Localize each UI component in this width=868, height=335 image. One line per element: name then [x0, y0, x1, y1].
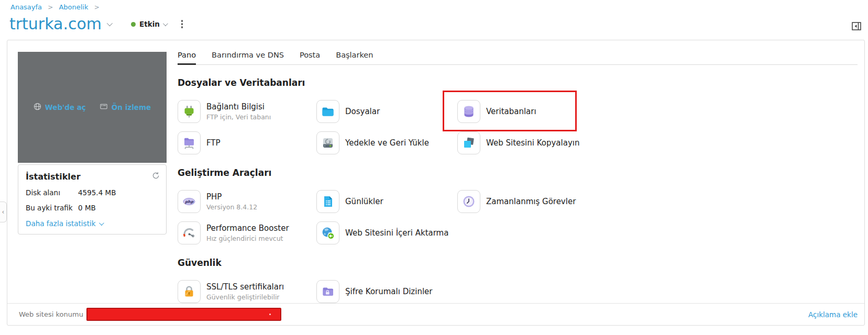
statistics-title: İstatistikler	[26, 172, 159, 182]
item-databases[interactable]: Veritabanları	[457, 99, 858, 124]
tab-bar: Pano Barındırma ve DNS Posta Başlarken	[178, 40, 858, 65]
plug-icon	[178, 100, 201, 123]
statistics-panel: İstatistikler Disk alanı 4595.4 MB Bu ay…	[18, 164, 167, 234]
stat-value: 0 MB	[78, 204, 96, 212]
card-footer: Web sitesi konumu Açıklama ekle	[7, 303, 864, 325]
item-subtitle: Hız güçlendirici mevcut	[206, 234, 289, 242]
section-grid: php PHP Versiyon 8.4.12	[178, 189, 858, 245]
item-backup-restore[interactable]: Yedekle ve Geri Yükle	[316, 131, 457, 155]
add-description-link[interactable]: Açıklama ekle	[808, 310, 858, 319]
preview-site-label: Ön izleme	[112, 103, 151, 111]
tab-pano[interactable]: Pano	[178, 51, 196, 64]
title-chevron-down-icon[interactable]	[107, 20, 113, 26]
item-performance-booster[interactable]: Performance Booster Hız güçlendirici mev…	[178, 221, 316, 245]
globe-outline-icon	[34, 103, 41, 112]
breadcrumb-home-link[interactable]: Anasayfa	[10, 3, 42, 11]
item-subtitle: Güvenlik geliştirilebilir	[206, 293, 284, 301]
breadcrumb-subscription-link[interactable]: Abonelik	[59, 3, 88, 11]
item-php[interactable]: php PHP Versiyon 8.4.12	[178, 189, 316, 214]
tab-baslarken[interactable]: Başlarken	[336, 51, 373, 64]
more-statistics-label: Daha fazla istatistik	[26, 219, 96, 228]
item-title: SSL/TLS sertifikaları	[206, 282, 284, 292]
redacted-dot	[269, 314, 271, 315]
breadcrumb-separator: >	[94, 4, 100, 11]
stat-row-traffic: Bu ayki trafik 0 MB	[26, 204, 159, 212]
redacted-location-highlight	[86, 308, 281, 321]
stat-value: 4595.4 MB	[78, 188, 116, 197]
section-security: Güvenlik SS	[178, 258, 858, 304]
website-location-label: Web sitesi konumu	[19, 310, 83, 318]
section-title: Güvenlik	[178, 258, 858, 268]
status-dot-icon	[131, 22, 136, 27]
main-content: Pano Barındırma ve DNS Posta Başlarken D…	[178, 40, 858, 304]
item-title: Veritabanları	[486, 107, 536, 116]
stat-row-disk: Disk alanı 4595.4 MB	[26, 188, 159, 197]
stat-label: Bu ayki trafik	[26, 204, 78, 212]
tab-posta[interactable]: Posta	[300, 51, 320, 64]
chevron-left-icon: ‹	[2, 208, 5, 216]
item-title: Bağlantı Bilgisi	[206, 102, 271, 111]
sidebar-collapse-flap[interactable]: ‹	[0, 202, 7, 222]
open-site-label: Web'de aç	[45, 103, 86, 111]
item-title: Zamanlanmış Görevler	[486, 197, 576, 206]
item-subtitle: FTP için, Veri tabanı	[206, 113, 271, 121]
item-copy-website[interactable]: Web Sitesini Kopyalayın	[457, 131, 858, 155]
svg-text:php: php	[185, 199, 194, 204]
backup-icon	[316, 131, 339, 154]
status-dropdown[interactable]: Etkin	[131, 20, 167, 28]
item-ftp[interactable]: FTP	[178, 131, 316, 155]
database-icon	[457, 100, 480, 123]
item-files[interactable]: Dosyalar	[316, 99, 457, 124]
item-title: Performance Booster	[206, 224, 289, 233]
section-grid: Bağlantı Bilgisi FTP için, Veri tabanı D…	[178, 99, 858, 155]
section-files-databases: Dosyalar ve Veritabanları	[178, 77, 858, 155]
breadcrumb: Anasayfa > Abonelik >	[10, 3, 103, 11]
section-dev-tools: Geliştirme Araçları php PHP Versiyon 8.4…	[178, 168, 858, 245]
item-website-import[interactable]: Web Sitesini İçeri Aktarma	[316, 221, 457, 245]
item-logs[interactable]: Günlükler	[316, 189, 457, 214]
item-title: PHP	[206, 192, 257, 202]
ssl-lock-icon	[178, 280, 201, 303]
section-title: Dosyalar ve Veritabanları	[178, 77, 858, 88]
item-title: Dosyalar	[345, 107, 380, 116]
item-subtitle: Versiyon 8.4.12	[206, 203, 257, 211]
folder-icon	[316, 100, 339, 123]
site-preview: Web'de aç Ön izleme	[18, 52, 167, 163]
kebab-menu-icon[interactable]	[179, 18, 185, 30]
item-title: Web Sitesini Kopyalayın	[486, 138, 579, 148]
section-grid: SSL/TLS sertifikaları Güvenlik geliştiri…	[178, 280, 858, 304]
section-title: Geliştirme Araçları	[178, 168, 858, 178]
folder-lock-icon	[316, 280, 339, 303]
copy-website-icon	[457, 131, 480, 154]
logs-icon	[316, 190, 339, 213]
clock-icon	[457, 190, 480, 213]
item-title: Şifre Korumalı Dizinler	[345, 287, 432, 296]
preview-site-link[interactable]: Ön izleme	[100, 103, 151, 112]
page-header: trturka.com Etkin	[9, 14, 185, 35]
status-chevron-down-icon	[163, 21, 168, 26]
php-icon: php	[178, 190, 201, 213]
more-statistics-link[interactable]: Daha fazla istatistik	[26, 219, 159, 228]
refresh-icon[interactable]	[152, 172, 160, 180]
breadcrumb-separator: >	[48, 4, 53, 11]
monitor-icon	[100, 103, 108, 112]
chevron-down-icon	[98, 220, 104, 226]
item-protected-directories[interactable]: Şifre Korumalı Dizinler	[316, 280, 457, 304]
status-badge: Etkin	[139, 20, 160, 28]
item-title: Web Sitesini İçeri Aktarma	[345, 228, 448, 238]
open-site-link[interactable]: Web'de aç	[34, 103, 86, 112]
globe-import-icon	[316, 221, 339, 244]
item-connection-info[interactable]: Bağlantı Bilgisi FTP için, Veri tabanı	[178, 99, 316, 124]
item-ssl-certificates[interactable]: SSL/TLS sertifikaları Güvenlik geliştiri…	[178, 280, 316, 304]
item-title: Günlükler	[345, 197, 383, 206]
collapse-panel-icon[interactable]	[852, 22, 861, 30]
gauge-icon	[178, 221, 201, 244]
page-title: trturka.com	[9, 16, 102, 32]
stat-label: Disk alanı	[26, 188, 78, 197]
item-scheduled-tasks[interactable]: Zamanlanmış Görevler	[457, 189, 858, 214]
subscription-card: Web'de aç Ön izleme İstatistikler	[7, 40, 865, 326]
page: Anasayfa > Abonelik > trturka.com Etkin	[0, 0, 868, 335]
item-title: FTP	[206, 138, 221, 148]
ftp-folder-icon	[178, 131, 201, 154]
tab-hosting-dns[interactable]: Barındırma ve DNS	[212, 51, 284, 64]
